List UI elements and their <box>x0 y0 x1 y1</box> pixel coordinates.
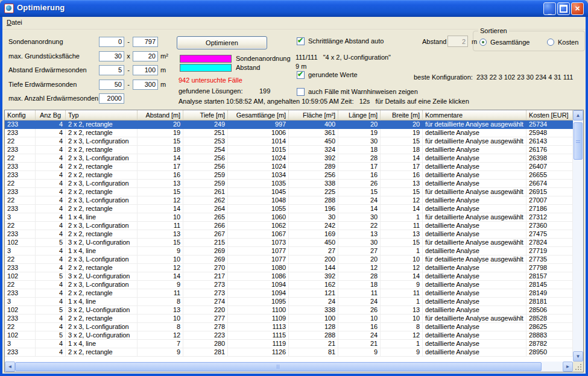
param-row-grundstuecksflaeche: max. Grundstücksflächexm² <box>8 51 168 61</box>
table-cell-breite: 14 <box>381 205 423 213</box>
table-cell-kommentare: für detaillierte Analyse ausgewählt <box>423 121 526 129</box>
minimize-button[interactable]: _ <box>543 2 556 15</box>
table-cell-breite: 8 <box>381 323 423 331</box>
horizontal-scrollbar[interactable]: ◄ ► <box>5 362 573 372</box>
checkbox-warnhinweise[interactable] <box>297 88 305 96</box>
table-row[interactable]: 2242 x 3, L-configuration102691077200201… <box>5 255 573 264</box>
table-row[interactable]: 10253 x 2, U-configuration14217108639228… <box>5 272 573 281</box>
input-tiefe-erdwaermesonden-max[interactable] <box>133 80 158 90</box>
table-cell-abstand: 17 <box>138 163 183 171</box>
table-row[interactable]: 23342 x 2, rectangle1027711091001010für … <box>5 315 573 323</box>
input-abstand-erdwaermesonden-max[interactable] <box>133 65 158 75</box>
radio-label: Gesamtlänge <box>490 39 530 46</box>
column-header-gesamtlaenge[interactable]: Gesamtlänge [m] <box>228 110 289 121</box>
table-row[interactable]: 23342 x 2, rectangle1326710671691313deta… <box>5 230 573 239</box>
table-row[interactable]: 10253 x 2, U-configuration12223111528824… <box>5 331 573 340</box>
table-cell-anz-bg: 4 <box>36 230 66 239</box>
input-grundstuecksflaeche-max[interactable] <box>133 51 158 61</box>
table-cell-typ: 2 x 2, rectangle <box>66 121 138 129</box>
table-row[interactable]: 2242 x 3, L-configuration132591035338261… <box>5 180 573 188</box>
table-cell-anz-bg: 4 <box>36 163 66 171</box>
table-cell-laenge: 26 <box>338 306 381 315</box>
table-row[interactable]: 23342 x 2, rectangle1925110063611919deta… <box>5 129 573 137</box>
horizontal-scroll-thumb[interactable] <box>15 362 542 371</box>
checkbox-schrittlaenge-abstand-auto[interactable]: ✔ <box>297 37 305 45</box>
maximize-button[interactable] <box>557 2 570 15</box>
table-cell-konfig: 22 <box>5 281 36 289</box>
table-row[interactable]: 2242 x 3, L-configuration122621048288241… <box>5 196 573 205</box>
resize-grip[interactable] <box>573 362 583 372</box>
column-header-typ[interactable]: Typ <box>66 110 138 121</box>
column-header-tiefe[interactable]: Tiefe [m] <box>183 110 228 121</box>
vertical-scrollbar[interactable]: ▲ ▼ <box>573 110 583 362</box>
table-cell-typ: 2 x 3, L-configuration <box>66 281 138 289</box>
radio-kosten[interactable] <box>547 39 554 46</box>
scroll-left-button[interactable]: ◄ <box>5 362 15 372</box>
table-row[interactable]: 341 x 4, line10265106030301für detaillie… <box>5 213 573 222</box>
table-row[interactable]: 2242 x 3, L-configuration82781113128168d… <box>5 323 573 331</box>
table-cell-typ: 2 x 3, L-configuration <box>66 180 138 188</box>
table-row[interactable]: 23342 x 2, rectangle1725610242891717deta… <box>5 163 573 171</box>
menu-item-datei[interactable]: Datei <box>2 17 27 27</box>
input-grundstuecksflaeche-min[interactable] <box>99 51 124 61</box>
close-button[interactable]: ✕ <box>571 2 584 15</box>
table-row[interactable]: 23342 x 2, rectangle1127310941211111deta… <box>5 289 573 298</box>
scroll-up-button[interactable]: ▲ <box>573 110 583 121</box>
column-header-breite[interactable]: Breite [m] <box>381 110 423 121</box>
column-header-konfig[interactable]: Konfig <box>5 110 36 121</box>
table-row[interactable]: 23342 x 2, rectangle1825410153241818deta… <box>5 146 573 154</box>
table-row[interactable]: 10253 x 2, U-configuration15215107345030… <box>5 239 573 247</box>
table-cell-tiefe: 277 <box>183 315 228 323</box>
table-cell-anz-bg: 4 <box>36 255 66 264</box>
optimize-button[interactable]: Optimieren <box>177 36 267 49</box>
table-row[interactable]: 2242 x 3, L-configuration142561024392281… <box>5 154 573 163</box>
input-sondenanordnung-max[interactable] <box>133 37 158 47</box>
table-row[interactable]: 23342 x 2, rectangle928111268199detailli… <box>5 348 573 357</box>
table-cell-tiefe: 264 <box>183 205 228 213</box>
scroll-down-button[interactable]: ▼ <box>573 351 583 362</box>
table-cell-tiefe: 259 <box>183 171 228 180</box>
table-cell-konfig: 233 <box>5 289 36 298</box>
radio-gesamtlaenge[interactable] <box>479 39 487 46</box>
column-header-kommentare[interactable]: Kommentare <box>423 110 526 121</box>
table-row[interactable]: 341 x 4, line8274109524241detaillierte A… <box>5 298 573 306</box>
table-row[interactable]: 23342 x 2, rectangle1227010801441212deta… <box>5 264 573 272</box>
abstand-label: Abstand <box>422 38 446 45</box>
table-row[interactable]: 341 x 4, line9269107727271detaillierte A… <box>5 247 573 255</box>
table-cell-flaeche: 324 <box>289 146 338 154</box>
table-row[interactable]: 2242 x 3, L-configuration92731094162189d… <box>5 281 573 289</box>
table-row[interactable]: 23342 x 2, rectangle1526110452251515für … <box>5 188 573 196</box>
analysis-status-text: Analyse starten 10:58:52 AM, angehalten … <box>179 98 469 105</box>
input-max-anzahl-erdwaermesonden[interactable] <box>99 93 124 104</box>
table-cell-typ: 1 x 4, line <box>66 213 138 222</box>
table-row[interactable]: 23342 x 2, rectangle1625910342561616deta… <box>5 171 573 180</box>
abstand-input[interactable] <box>447 36 468 47</box>
table-cell-laenge: 24 <box>338 331 381 340</box>
table-cell-flaeche: 121 <box>289 289 338 298</box>
table-cell-laenge: 24 <box>338 196 381 205</box>
table-row[interactable]: 341 x 4, line7280111921211detaillierte A… <box>5 340 573 348</box>
table-cell-typ: 3 x 2, U-configuration <box>66 306 138 315</box>
table-cell-tiefe: 261 <box>183 188 228 196</box>
checkbox-gerundete-werte[interactable]: ✔ <box>297 71 305 79</box>
scroll-right-button[interactable]: ► <box>563 362 573 372</box>
table-row[interactable]: 23342 x 2, rectangle1426410551961414deta… <box>5 205 573 213</box>
table-row[interactable]: 2242 x 3, L-configuration152531014450301… <box>5 137 573 146</box>
input-abstand-erdwaermesonden-min[interactable] <box>99 65 124 75</box>
column-header-laenge[interactable]: Länge [m] <box>338 110 381 121</box>
title-bar[interactable]: Optimierung _ ✕ <box>0 0 588 17</box>
client-area: Datei Sondenanordnung-max. Grundstücksfl… <box>2 17 586 374</box>
column-header-kosten[interactable]: Kosten [EUR] <box>526 110 573 121</box>
table-cell-kosten: 27186 <box>526 205 573 213</box>
column-header-abstand[interactable]: Abstand [m] <box>138 110 183 121</box>
vertical-scroll-thumb[interactable] <box>574 122 583 160</box>
column-header-flaeche[interactable]: Fläche [m²] <box>289 110 338 121</box>
input-tiefe-erdwaermesonden-min[interactable] <box>99 80 124 90</box>
table-cell-anz-bg: 4 <box>36 129 66 137</box>
table-cell-kosten: 26674 <box>526 180 573 188</box>
table-row[interactable]: 10253 x 2, U-configuration13220110033826… <box>5 306 573 315</box>
column-header-anz-bg[interactable]: Anz Bg <box>36 110 66 121</box>
table-row[interactable]: 23342 x 2, rectangle202499974002020für d… <box>5 121 573 129</box>
table-row[interactable]: 2242 x 3, L-configuration112661062242221… <box>5 222 573 230</box>
input-sondenanordnung-min[interactable] <box>99 37 124 47</box>
